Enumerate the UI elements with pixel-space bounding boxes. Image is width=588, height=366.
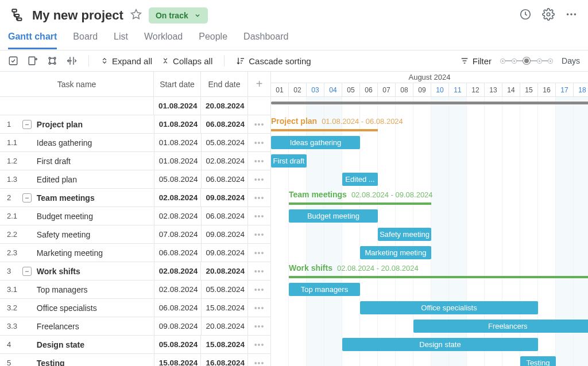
row-more-icon[interactable]: •••: [247, 189, 270, 207]
favorite-icon[interactable]: [130, 9, 142, 22]
collapse-toggle[interactable]: −: [20, 267, 34, 276]
task-row[interactable]: 1.3Edited plan05.08.202406.08.2024•••: [0, 170, 270, 189]
col-name: Task name: [0, 72, 154, 97]
add-column-button[interactable]: +: [248, 72, 270, 97]
row-more-icon[interactable]: •••: [247, 354, 270, 366]
tab-workload[interactable]: Workload: [144, 29, 183, 49]
row-more-icon[interactable]: •••: [247, 115, 270, 133]
task-index: 2: [0, 193, 20, 202]
row-more-icon[interactable]: •••: [247, 134, 270, 151]
task-add-icon[interactable]: [28, 56, 38, 66]
row-more-icon[interactable]: •••: [247, 207, 270, 225]
row-more-icon[interactable]: •••: [247, 317, 270, 335]
expand-all-button[interactable]: Expand all: [100, 56, 152, 66]
task-grid: Task name Start date End date + 01.08.20…: [0, 72, 271, 366]
task-row[interactable]: 1.1Ideas gathering01.08.202405.08.2024••…: [0, 134, 270, 152]
gantt-bar[interactable]: Top managers: [289, 283, 360, 296]
task-row[interactable]: 5Testing15.08.202416.08.2024•••: [0, 354, 270, 366]
row-more-icon[interactable]: •••: [247, 152, 270, 170]
gantt-bar[interactable]: Safety meeting: [378, 228, 431, 241]
gantt-bar[interactable]: Budget meeting: [289, 209, 378, 223]
columns-icon[interactable]: [67, 56, 77, 66]
task-end: 09.08.2024: [200, 189, 247, 207]
task-row[interactable]: 3.3Freelancers09.08.202420.08.2024•••: [0, 317, 270, 336]
row-more-icon[interactable]: •••: [247, 281, 270, 298]
zoom-label: Days: [562, 56, 580, 65]
gantt-bar[interactable]: First draft: [271, 154, 307, 168]
more-icon[interactable]: [565, 8, 578, 22]
gantt-bar[interactable]: Marketing meeting: [360, 246, 431, 259]
svg-rect-9: [9, 57, 17, 65]
day-header: 02: [289, 83, 307, 96]
status-badge[interactable]: On track: [149, 7, 208, 24]
checkbox-tool-icon[interactable]: [8, 56, 18, 66]
row-more-icon[interactable]: •••: [247, 244, 270, 262]
history-icon[interactable]: [519, 8, 532, 22]
day-header: 06: [360, 83, 378, 96]
filter-button[interactable]: Filter: [460, 56, 492, 66]
tab-gantt[interactable]: Gantt chart: [8, 29, 57, 49]
tab-board[interactable]: Board: [73, 29, 98, 49]
gantt-bar[interactable]: Freelancers: [413, 320, 588, 333]
day-header: 01: [271, 83, 289, 96]
minus-icon: −: [22, 267, 32, 276]
day-header: 04: [324, 83, 342, 96]
task-row[interactable]: 2.2Safety meeting07.08.202409.08.2024•••: [0, 225, 270, 244]
row-more-icon[interactable]: •••: [247, 225, 270, 243]
task-name: Marketing meeting: [25, 248, 154, 258]
task-start: 05.08.2024: [154, 336, 201, 353]
gantt-bar[interactable]: Ideas gathering: [271, 136, 360, 149]
row-more-icon[interactable]: •••: [247, 299, 270, 317]
task-row[interactable]: 3.1Top managers02.08.202405.08.2024•••: [0, 281, 270, 299]
task-row[interactable]: 2−Team meetings02.08.202409.08.2024•••: [0, 189, 270, 207]
task-index: 1.3: [0, 175, 25, 184]
task-name: Budget meeting: [25, 212, 154, 221]
task-start: 02.08.2024: [154, 189, 201, 207]
group-underline: [271, 129, 378, 131]
cascade-sort-button[interactable]: Cascade sorting: [236, 56, 311, 66]
svg-point-8: [574, 13, 577, 15]
hierarchy-icon[interactable]: [47, 56, 57, 66]
gantt-bar[interactable]: Testing: [520, 356, 556, 366]
tab-list[interactable]: List: [114, 29, 128, 49]
task-row[interactable]: 4Design state05.08.202415.08.2024•••: [0, 336, 270, 354]
tab-dashboard[interactable]: Dashboard: [243, 29, 288, 49]
day-header: 18: [574, 83, 588, 96]
gantt-bar[interactable]: Office specialists: [360, 301, 538, 314]
svg-marker-3: [131, 10, 141, 19]
task-end: 06.08.2024: [201, 170, 248, 188]
gantt-bar[interactable]: Design state: [342, 338, 538, 351]
col-end: End date: [201, 72, 248, 97]
gantt-bar[interactable]: Edited ...: [342, 173, 378, 186]
task-row[interactable]: 2.3Marketing meeting06.08.202409.08.2024…: [0, 244, 270, 262]
task-index: 2.1: [0, 212, 25, 220]
task-name: First draft: [25, 157, 154, 166]
task-row[interactable]: 2.1Budget meeting02.08.202406.08.2024•••: [0, 207, 270, 225]
tab-people[interactable]: People: [199, 29, 227, 49]
group-label: Team meetings02.08.2024 - 09.08.2024: [289, 190, 433, 199]
collapse-all-button[interactable]: Collaps all: [161, 56, 212, 66]
expand-icon: [100, 57, 109, 65]
task-row[interactable]: 3.2Office specialists06.08.202415.08.202…: [0, 299, 270, 317]
task-row[interactable]: 1−Project plan01.08.202406.08.2024•••: [0, 115, 270, 134]
row-more-icon[interactable]: •••: [247, 170, 270, 188]
task-index: 3.3: [0, 322, 25, 330]
svg-point-16: [54, 63, 56, 64]
task-start: 01.08.2024: [154, 152, 201, 170]
main-area: Task name Start date End date + 01.08.20…: [0, 71, 588, 366]
settings-icon[interactable]: [542, 8, 555, 22]
collapse-toggle[interactable]: −: [20, 193, 34, 203]
day-header: 17: [556, 83, 574, 96]
timeline[interactable]: August 2024 0102030405060708091011121314…: [271, 72, 588, 366]
row-more-icon[interactable]: •••: [247, 262, 270, 280]
zoom-slider[interactable]: [501, 60, 552, 61]
task-start: 02.08.2024: [154, 281, 201, 298]
task-row[interactable]: 1.2First draft01.08.202402.08.2024•••: [0, 152, 270, 170]
row-more-icon[interactable]: •••: [247, 336, 270, 353]
collapse-toggle[interactable]: −: [20, 120, 34, 129]
timeline-days: 010203040506070809101112131415161718: [271, 83, 588, 97]
task-index: 1: [0, 120, 20, 129]
task-index: 1.1: [0, 138, 25, 147]
day-header: 03: [307, 83, 324, 96]
task-row[interactable]: 3−Work shifts02.08.202420.08.2024•••: [0, 262, 270, 281]
